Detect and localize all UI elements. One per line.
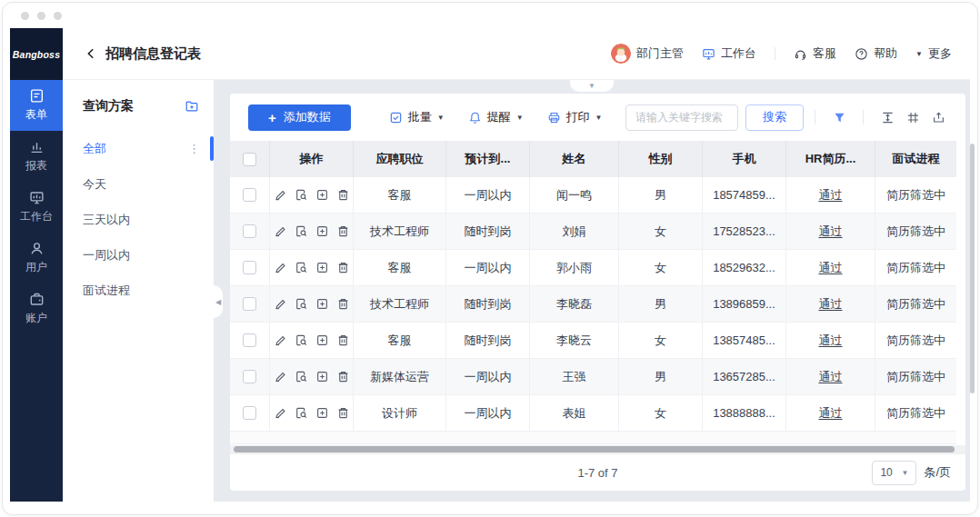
table-row[interactable]: 新媒体运营 一周以内 王强 男 13657285... 通过 简历筛选中 (230, 359, 956, 395)
copy-add-icon[interactable] (315, 188, 329, 202)
row-height-icon[interactable] (875, 111, 900, 124)
batch-menu[interactable]: 批量 ▼ (389, 109, 445, 125)
query-item-3days[interactable]: 三天以内 (63, 202, 214, 237)
edit-icon[interactable] (274, 224, 287, 238)
cell-hr-result[interactable]: 通过 (786, 177, 875, 214)
more-vertical-icon[interactable]: ⋮ (188, 142, 201, 155)
column-header[interactable]: 性别 (619, 141, 703, 177)
query-item-1week[interactable]: 一周以内 (63, 237, 214, 273)
folder-add-icon[interactable] (185, 99, 199, 114)
filter-icon[interactable] (826, 111, 852, 124)
cell-hr-result[interactable]: 通过 (786, 395, 875, 432)
preview-icon[interactable] (295, 261, 308, 274)
sidebar-item-workbench[interactable]: 工作台 (10, 182, 63, 233)
preview-icon[interactable] (295, 370, 308, 383)
table-row[interactable]: 客服 随时到岗 李晓云 女 13857485... 通过 简历筛选中 (230, 323, 956, 359)
print-menu[interactable]: 打印 ▼ (547, 109, 603, 125)
copy-add-icon[interactable] (315, 370, 329, 383)
page-size-select[interactable]: 10 ▼ (872, 461, 916, 485)
row-checkbox[interactable] (243, 333, 256, 347)
window-dot-icon[interactable] (54, 12, 62, 20)
copy-add-icon[interactable] (315, 297, 329, 311)
preview-icon[interactable] (295, 224, 308, 238)
edit-icon[interactable] (274, 188, 287, 202)
window-dot-icon[interactable] (37, 12, 45, 20)
search-input[interactable] (625, 104, 738, 131)
row-checkbox[interactable] (243, 261, 256, 274)
table-row[interactable]: 客服 一周以内 闻一鸣 男 18574859... 通过 简历筛选中 (230, 177, 956, 214)
sidebar-item-accounts[interactable]: 账户 (10, 283, 63, 334)
cell-hr-result[interactable]: 通过 (786, 286, 875, 323)
divider (863, 110, 864, 124)
cell-hr-result[interactable]: 通过 (786, 359, 875, 395)
row-checkbox[interactable] (243, 224, 256, 238)
sidebar-item-forms[interactable]: 表单 (10, 80, 63, 131)
row-checkbox[interactable] (243, 406, 256, 420)
horizontal-scrollbar (230, 445, 965, 453)
edit-icon[interactable] (274, 261, 287, 274)
cell-hr-result[interactable]: 通过 (786, 323, 875, 359)
help-link[interactable]: 帮助 (855, 45, 897, 62)
select-all-checkbox[interactable] (243, 153, 256, 166)
query-item-today[interactable]: 今天 (63, 166, 214, 202)
remind-menu[interactable]: 提醒 ▼ (468, 109, 524, 125)
column-header[interactable]: HR简历... (786, 141, 875, 177)
row-checkbox[interactable] (243, 297, 256, 311)
table-row[interactable]: 技术工程师 随时到岗 刘娟 女 17528523... 通过 简历筛选中 (230, 214, 956, 250)
cell-hr-result[interactable]: 通过 (786, 214, 875, 250)
collapse-left-handle[interactable]: ◀ (214, 284, 224, 319)
copy-add-icon[interactable] (315, 406, 329, 420)
sidebar-item-reports[interactable]: 报表 (10, 131, 63, 182)
more-menu[interactable]: ▼ 更多 (915, 45, 952, 62)
copy-add-icon[interactable] (315, 224, 329, 238)
preview-icon[interactable] (295, 188, 308, 202)
column-header[interactable]: 姓名 (530, 141, 619, 177)
window-dot-icon[interactable] (21, 12, 29, 20)
edit-icon[interactable] (274, 406, 287, 420)
column-header[interactable]: 手机 (703, 141, 786, 177)
cell-hr-result[interactable]: 通过 (786, 250, 875, 286)
cell-arrival: 一周以内 (446, 250, 530, 286)
delete-icon[interactable] (336, 297, 350, 311)
row-actions-cell (270, 214, 354, 250)
query-item-interview[interactable]: 面试进程 (63, 273, 214, 308)
delete-icon[interactable] (336, 406, 350, 420)
row-checkbox[interactable] (243, 370, 256, 383)
delete-icon[interactable] (336, 224, 350, 238)
edit-icon[interactable] (274, 333, 287, 347)
column-settings-icon[interactable] (900, 111, 925, 124)
copy-add-icon[interactable] (315, 261, 329, 274)
table-row[interactable]: 设计师 一周以内 表姐 女 13888888... 通过 简历筛选中 (230, 395, 956, 432)
edit-icon[interactable] (274, 370, 287, 383)
caret-down-icon: ▼ (516, 114, 524, 122)
row-checkbox[interactable] (243, 188, 256, 202)
sidebar-item-users[interactable]: 用户 (10, 233, 63, 283)
column-header[interactable]: 预计到... (446, 141, 530, 177)
copy-add-icon[interactable] (315, 333, 329, 347)
column-header[interactable]: 应聘职位 (354, 141, 446, 177)
edit-icon[interactable] (274, 297, 287, 311)
search-button[interactable]: 搜索 (745, 104, 804, 131)
column-header[interactable]: 操作 (270, 141, 354, 177)
back-chevron-icon[interactable] (85, 47, 97, 60)
delete-icon[interactable] (336, 333, 350, 347)
window-scrollbar-thumb[interactable] (970, 144, 975, 393)
export-icon[interactable] (925, 111, 951, 124)
collapse-up-tab[interactable]: ▼ (570, 80, 614, 92)
preview-icon[interactable] (295, 333, 308, 347)
preview-icon[interactable] (295, 297, 308, 311)
workbench-link[interactable]: 工作台 (702, 45, 756, 62)
table-row[interactable]: 技术工程师 随时到岗 李晓磊 男 13896859... 通过 简历筛选中 (230, 286, 956, 323)
delete-icon[interactable] (336, 370, 350, 383)
user-menu[interactable]: 部门主管 (611, 44, 684, 64)
delete-icon[interactable] (336, 261, 350, 274)
support-link[interactable]: 客服 (794, 45, 836, 62)
column-header[interactable]: 面试进程 (875, 141, 956, 177)
table-row[interactable]: 客服 一周以内 郭小雨 女 18529632... 通过 简历筛选中 (230, 250, 956, 286)
preview-icon[interactable] (295, 406, 308, 420)
query-item-all[interactable]: 全部 ⋮ (63, 131, 214, 166)
horizontal-scrollbar-thumb[interactable] (234, 446, 955, 452)
add-data-button[interactable]: + 添加数据 (248, 104, 351, 131)
remind-label: 提醒 (487, 109, 511, 125)
delete-icon[interactable] (336, 188, 350, 202)
